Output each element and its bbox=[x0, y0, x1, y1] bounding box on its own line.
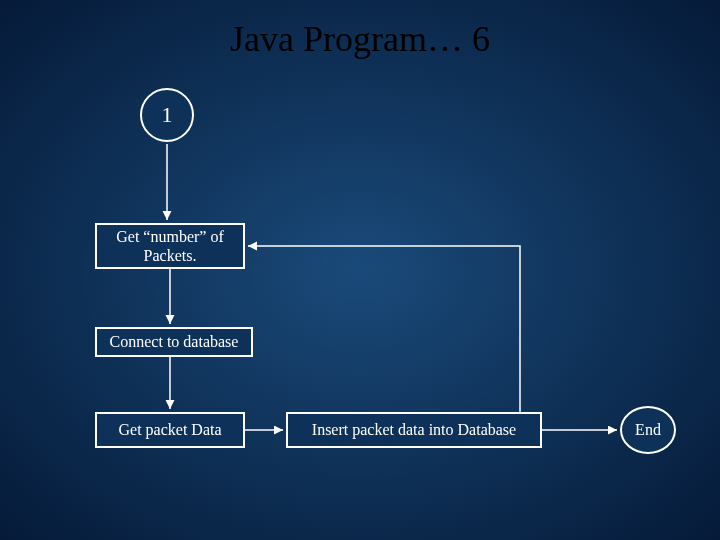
end-node: End bbox=[620, 406, 676, 454]
step-get-number: Get “number” of Packets. bbox=[95, 223, 245, 269]
step-get-packet-label: Get packet Data bbox=[118, 420, 221, 439]
connector-node: 1 bbox=[140, 88, 194, 142]
step-insert-db: Insert packet data into Database bbox=[286, 412, 542, 448]
flow-connectors bbox=[0, 0, 720, 540]
step-get-packet: Get packet Data bbox=[95, 412, 245, 448]
step-connect-db: Connect to database bbox=[95, 327, 253, 357]
page-title: Java Program… 6 bbox=[0, 18, 720, 60]
connector-label: 1 bbox=[162, 102, 173, 128]
step-get-number-label: Get “number” of Packets. bbox=[103, 227, 237, 265]
step-insert-db-label: Insert packet data into Database bbox=[312, 420, 516, 439]
step-connect-db-label: Connect to database bbox=[110, 332, 239, 351]
end-label: End bbox=[635, 421, 661, 439]
